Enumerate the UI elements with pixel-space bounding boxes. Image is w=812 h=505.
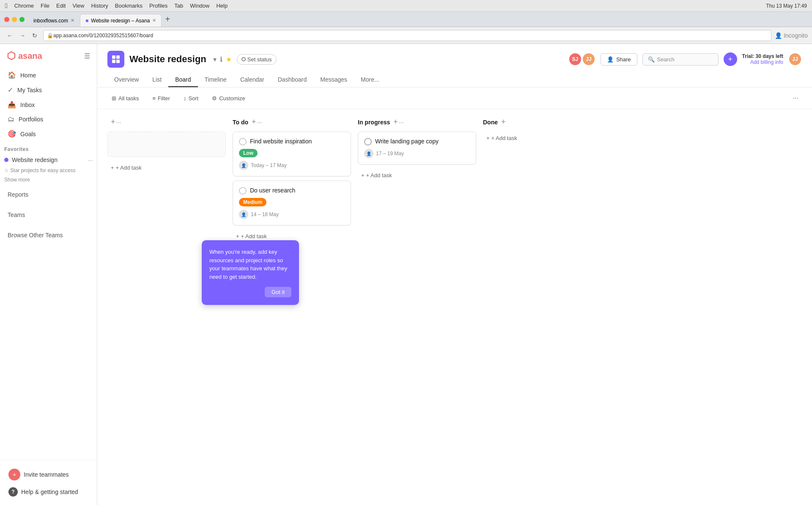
sidebar-item-home[interactable]: 🏠 Home [3,68,93,82]
project-title-row: Website redesign ▾ ℹ ★ Set status SJ JJ [107,51,802,68]
project-header: Website redesign ▾ ℹ ★ Set status SJ JJ [97,44,812,88]
task3-check[interactable] [364,138,372,145]
set-status-label: Set status [247,56,272,63]
column-untitled-more[interactable]: ··· [116,118,121,126]
customize-button[interactable]: ⚙ Customize [208,93,249,104]
sort-icon: ↕ [184,95,187,102]
project-grid-icon [112,55,120,63]
column-inprogress-actions: + ··· [393,118,403,126]
tab-board[interactable]: Board [168,73,198,87]
project-dropdown-button[interactable]: ▾ [213,55,217,63]
menu-chrome: Chrome [14,3,34,9]
sidebar-toggle-button[interactable]: ☰ [84,52,90,60]
add-task-inprogress[interactable]: + + Add task [358,169,476,182]
task2-check[interactable] [239,187,247,195]
sidebar-home-label: Home [20,72,36,79]
project-info-button[interactable]: ℹ [220,55,222,63]
tab-overview[interactable]: Overview [107,73,145,87]
tab2-close[interactable]: ✕ [152,18,156,23]
task1-check[interactable] [239,138,247,145]
status-circle [241,57,246,61]
portfolios-icon: 🗂 [8,115,14,123]
invite-icon: + [8,469,20,480]
project-name: Website redesign [129,54,206,65]
add-task-done-icon: + [486,135,490,141]
add-task-done[interactable]: + + Add task [483,132,601,145]
menu-tab: Tab [174,3,183,9]
help-getting-started-button[interactable]: ? Help & getting started [4,484,93,500]
sidebar-nav: 🏠 Home ✓ My Tasks 📥 Inbox 🗂 Portfolios 🎯… [0,68,97,141]
board-area: When you're ready, add key resources and… [97,109,812,505]
got-it-button[interactable]: Got it [265,287,291,297]
column-inprogress-header: In progress + ··· [358,118,476,126]
all-tasks-button[interactable]: ⊞ All tasks [107,93,143,104]
tab-list[interactable]: List [145,73,168,87]
column-untitled-add[interactable]: + [111,118,115,126]
sidebar: ⬡ asana ☰ 🏠 Home ✓ My Tasks 📥 Inbox 🗂 Po… [0,44,97,505]
task-card-landing-copy[interactable]: Write landing page copy 👤 17 – 19 May [358,132,476,165]
add-billing-link[interactable]: Add billing info [742,59,783,65]
grid-cell-3 [112,60,115,63]
help-label: Help & getting started [21,489,78,495]
invite-teammates-button[interactable]: + Invite teammates [4,465,93,484]
address-bar[interactable]: 🔒 app.asana.com/0/1200329352515607/board [43,30,771,41]
toolbar-more-button[interactable]: ··· [790,93,802,104]
search-box[interactable]: 🔍 Search [642,53,719,66]
sidebar-item-reports[interactable]: Reports [3,188,93,201]
tab-more[interactable]: More... [354,73,386,87]
sidebar-item-portfolios[interactable]: 🗂 Portfolios [3,112,93,126]
sidebar-item-goals[interactable]: 🎯 Goals [3,126,93,141]
sidebar-item-inbox[interactable]: 📥 Inbox [3,97,93,112]
sidebar-item-browse-teams[interactable]: Browse Other Teams [3,228,93,242]
column-todo-add[interactable]: + [252,118,256,126]
column-todo-title: To do [233,119,248,126]
forward-button[interactable]: → [17,30,28,41]
tab-inboxflows[interactable]: inboxflows.com ✕ [28,14,80,27]
avatar-jj-profile[interactable]: JJ [788,52,802,66]
asana-logo-text: asana [18,51,42,61]
tab-messages[interactable]: Messages [313,73,354,87]
column-inprogress-add[interactable]: + [393,118,398,126]
back-button[interactable]: ← [4,30,15,41]
add-button[interactable]: + [724,52,737,66]
sidebar-project-website-redesign[interactable]: Website redesign ··· [0,154,97,166]
share-button[interactable]: 👤 Share [601,53,637,66]
star-projects-label: ☆ Star projects for easy access [0,166,97,175]
new-tab-button[interactable]: + [162,14,173,24]
menu-view: View [72,3,84,9]
sidebar-item-mytasks[interactable]: ✓ My Tasks [3,82,93,97]
task-card-find-website[interactable]: Find website inspiration Low 👤 Today – 1… [233,132,351,176]
set-status-button[interactable]: Set status [237,54,277,65]
add-task-done-label: + Add task [491,135,517,141]
profile-icon[interactable]: 👤 Incognito [775,32,808,39]
project-more-icon[interactable]: ··· [88,157,93,163]
inbox-icon: 📥 [8,101,16,109]
mytasks-icon: ✓ [8,86,13,94]
tab-timeline[interactable]: Timeline [198,73,233,87]
browser-address-bar: ← → ↻ 🔒 app.asana.com/0/1200329352515607… [0,27,812,44]
window-minimize-dot[interactable] [12,17,17,22]
column-done-actions: + [501,118,506,126]
sidebar-item-teams[interactable]: Teams [3,208,93,222]
reload-button[interactable]: ↻ [30,30,40,41]
tab-calendar[interactable]: Calendar [233,73,271,87]
add-task-untitled[interactable]: + + Add task [107,161,226,174]
window-close-dot[interactable] [4,17,9,22]
sort-button[interactable]: ↕ Sort [179,93,203,104]
avatars-group: SJ JJ [568,52,595,66]
filter-button[interactable]: ≡ Filter [148,93,174,104]
menu-help: Help [216,3,228,9]
tab-asana[interactable]: ■ Website redesign – Asana ✕ [80,14,162,27]
tab1-close[interactable]: ✕ [71,18,74,23]
column-inprogress: In progress + ··· Write landing page cop… [358,118,476,182]
task-card-user-research[interactable]: Do user research Medium 👤 14 – 18 May [233,181,351,225]
column-done-add[interactable]: + [501,118,506,126]
tab-dashboard[interactable]: Dashboard [271,73,314,87]
column-inprogress-more[interactable]: ··· [399,118,404,126]
show-more-link[interactable]: Show more [0,175,97,184]
window-expand-dot[interactable] [19,17,25,22]
grid-cell-4 [116,60,120,63]
project-star-button[interactable]: ★ [226,55,232,63]
column-todo-more[interactable]: ··· [257,118,262,126]
mac-time: Thu 13 May 17:49 [766,3,807,9]
